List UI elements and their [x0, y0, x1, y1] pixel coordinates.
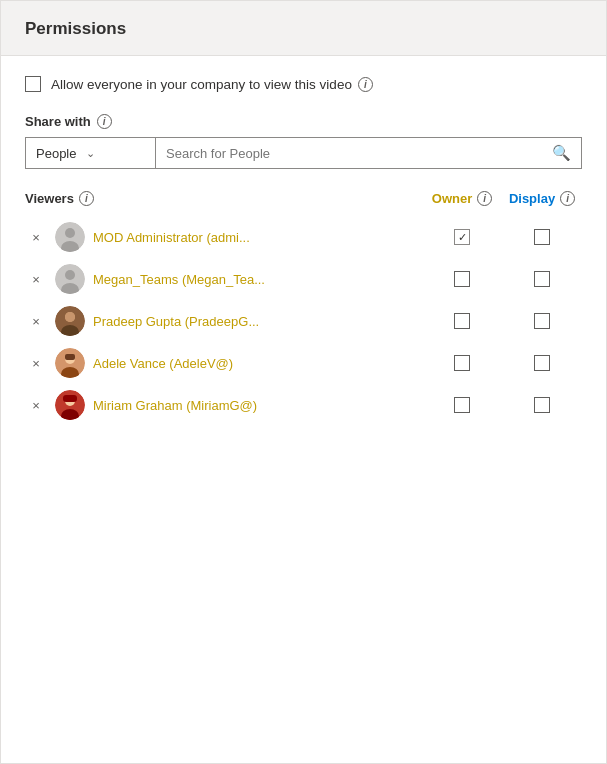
owner-cell [422, 313, 502, 329]
display-cell [502, 355, 582, 371]
svg-rect-17 [63, 395, 77, 402]
viewers-info-icon[interactable]: i [79, 191, 94, 206]
viewers-column-label: Viewers i [25, 191, 422, 206]
remove-viewer-button[interactable]: × [25, 356, 47, 371]
panel-title: Permissions [25, 19, 126, 38]
svg-rect-13 [65, 354, 75, 360]
display-checkbox[interactable] [534, 229, 550, 245]
owner-column-label: Owner i [422, 191, 502, 206]
svg-point-9 [65, 312, 75, 322]
owner-cell [422, 355, 502, 371]
owner-checkbox[interactable] [454, 313, 470, 329]
remove-viewer-button[interactable]: × [25, 230, 47, 245]
viewer-name: Pradeep Gupta (PradeepG... [93, 314, 422, 329]
owner-checkbox[interactable] [454, 271, 470, 287]
allow-everyone-checkbox[interactable] [25, 76, 41, 92]
avatar [55, 306, 85, 336]
display-checkbox[interactable] [534, 271, 550, 287]
share-dropdown[interactable]: People ⌄ [26, 138, 156, 168]
owner-cell [422, 229, 502, 245]
search-box: 🔍 [156, 138, 581, 168]
permissions-panel: Permissions Allow everyone in your compa… [0, 0, 607, 764]
svg-point-4 [65, 270, 75, 280]
display-cell [502, 313, 582, 329]
search-input[interactable] [166, 146, 552, 161]
share-with-label: Share with i [25, 114, 582, 129]
owner-info-icon[interactable]: i [477, 191, 492, 206]
viewers-list: × MOD Administrator (admi...× Megan_Team… [25, 216, 582, 426]
share-with-row: People ⌄ 🔍 [25, 137, 582, 169]
display-checkbox[interactable] [534, 313, 550, 329]
display-checkbox[interactable] [534, 355, 550, 371]
share-dropdown-value: People [36, 146, 76, 161]
allow-everyone-row: Allow everyone in your company to view t… [25, 76, 582, 92]
avatar [55, 390, 85, 420]
viewer-name: Megan_Teams (Megan_Tea... [93, 272, 422, 287]
allow-everyone-info-icon[interactable]: i [358, 77, 373, 92]
panel-header: Permissions [1, 1, 606, 56]
owner-cell [422, 271, 502, 287]
owner-cell [422, 397, 502, 413]
table-row: × MOD Administrator (admi... [25, 216, 582, 258]
display-cell [502, 397, 582, 413]
owner-checkbox[interactable] [454, 397, 470, 413]
avatar [55, 264, 85, 294]
remove-viewer-button[interactable]: × [25, 272, 47, 287]
viewer-name: MOD Administrator (admi... [93, 230, 422, 245]
table-row: × Adele Vance (AdeleV@) [25, 342, 582, 384]
share-with-info-icon[interactable]: i [97, 114, 112, 129]
table-row: × Miriam Graham (MiriamG@) [25, 384, 582, 426]
table-row: × Pradeep Gupta (PradeepG... [25, 300, 582, 342]
chevron-down-icon: ⌄ [86, 147, 95, 160]
avatar [55, 222, 85, 252]
table-row: × Megan_Teams (Megan_Tea... [25, 258, 582, 300]
display-info-icon[interactable]: i [560, 191, 575, 206]
viewers-header: Viewers i Owner i Display i [25, 191, 582, 206]
display-column-label: Display i [502, 191, 582, 206]
allow-everyone-label: Allow everyone in your company to view t… [51, 77, 373, 92]
owner-checkbox[interactable] [454, 355, 470, 371]
viewer-name: Adele Vance (AdeleV@) [93, 356, 422, 371]
avatar [55, 348, 85, 378]
remove-viewer-button[interactable]: × [25, 314, 47, 329]
panel-content: Allow everyone in your company to view t… [1, 56, 606, 446]
remove-viewer-button[interactable]: × [25, 398, 47, 413]
display-checkbox[interactable] [534, 397, 550, 413]
owner-checkbox[interactable] [454, 229, 470, 245]
display-cell [502, 271, 582, 287]
viewer-name: Miriam Graham (MiriamG@) [93, 398, 422, 413]
display-cell [502, 229, 582, 245]
search-icon[interactable]: 🔍 [552, 144, 571, 162]
svg-point-1 [65, 228, 75, 238]
